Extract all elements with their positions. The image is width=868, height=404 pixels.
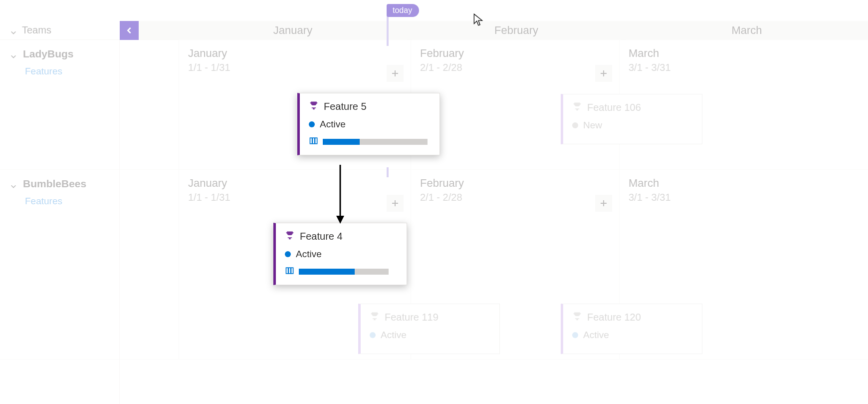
month-headers: January February March <box>179 21 868 40</box>
sidebar: LadyBugs Features BumbleBees Features <box>0 40 120 404</box>
trophy-icon <box>572 101 582 114</box>
month-range: 3/1 - 3/31 <box>629 62 859 73</box>
card-title-text: Feature 120 <box>587 312 641 323</box>
status-dot-icon <box>370 332 376 338</box>
status-dot-icon <box>285 251 291 257</box>
add-item-button[interactable] <box>387 195 404 212</box>
card-title-text: Feature 106 <box>587 102 641 113</box>
add-item-button[interactable] <box>387 65 404 82</box>
status-text: Active <box>296 249 322 260</box>
month-label: January <box>188 47 402 60</box>
month-range: 2/1 - 2/28 <box>420 192 610 203</box>
chevron-down-icon <box>10 27 17 34</box>
team-name-bumblebees: BumbleBees <box>23 178 86 190</box>
month-label: January <box>188 177 402 190</box>
team-sub-bumblebees-features[interactable]: Features <box>10 196 109 207</box>
trophy-icon <box>285 230 295 243</box>
card-feature-4[interactable]: Feature 4 Active <box>273 223 407 285</box>
trophy-icon <box>309 100 319 113</box>
month-label: February <box>420 177 610 190</box>
card-feature-5[interactable]: Feature 5 Active <box>297 93 440 155</box>
today-line-segment <box>387 167 389 177</box>
month-range: 2/1 - 2/28 <box>420 62 610 73</box>
rollup-icon <box>285 266 295 278</box>
svg-rect-13 <box>291 268 293 274</box>
svg-rect-11 <box>286 268 288 274</box>
team-name-ladybugs: LadyBugs <box>23 48 74 60</box>
status-text: Active <box>583 330 609 341</box>
timeline-content: January 1/1 - 1/31 February 2/1 - 2/28 <box>120 40 868 404</box>
status-text: Active <box>320 119 346 130</box>
svg-rect-9 <box>313 138 315 144</box>
card-feature-120[interactable]: Feature 120 Active <box>561 304 702 354</box>
row-ladybugs: January 1/1 - 1/31 February 2/1 - 2/28 <box>120 40 868 170</box>
status-dot-icon <box>572 332 578 338</box>
status-text: Active <box>381 330 407 341</box>
chevron-down-icon <box>10 50 17 57</box>
sidebar-team-ladybugs: LadyBugs Features <box>0 40 119 170</box>
trophy-icon <box>370 311 380 324</box>
card-feature-106[interactable]: Feature 106 New <box>561 94 702 144</box>
progress-fill <box>299 269 355 275</box>
teams-column-header[interactable]: Teams <box>0 21 120 39</box>
month-label: February <box>420 47 610 60</box>
card-title-text: Feature 5 <box>324 101 367 112</box>
month-range: 3/1 - 3/31 <box>629 192 859 203</box>
progress-bar <box>323 139 428 145</box>
month-range: 1/1 - 1/31 <box>188 62 402 73</box>
add-item-button[interactable] <box>595 65 612 82</box>
teams-label: Teams <box>22 24 51 36</box>
card-title-text: Feature 119 <box>385 312 438 323</box>
month-header-january[interactable]: January <box>179 21 407 40</box>
svg-rect-12 <box>289 268 291 274</box>
rollup-icon <box>309 136 319 148</box>
card-feature-119[interactable]: Feature 119 Active <box>358 304 500 354</box>
sidebar-team-bumblebees: BumbleBees Features <box>0 170 119 360</box>
add-item-button[interactable] <box>595 195 612 212</box>
team-toggle-ladybugs[interactable]: LadyBugs <box>10 48 109 60</box>
progress-bar <box>299 269 389 275</box>
month-label: March <box>629 177 859 190</box>
month-label: March <box>629 47 859 60</box>
status-text: New <box>583 120 602 131</box>
month-header-february[interactable]: February <box>412 21 621 40</box>
svg-rect-8 <box>310 138 312 144</box>
row-bumblebees: January 1/1 - 1/31 February 2/1 - 2/28 <box>120 170 868 360</box>
svg-rect-10 <box>315 138 317 144</box>
month-header-march[interactable]: March <box>626 21 868 40</box>
team-toggle-bumblebees[interactable]: BumbleBees <box>10 178 109 190</box>
scroll-left-button[interactable] <box>120 21 139 40</box>
today-marker: today <box>387 4 419 17</box>
status-dot-icon <box>572 122 578 128</box>
trophy-icon <box>572 311 582 324</box>
progress-fill <box>323 139 360 145</box>
chevron-down-icon <box>10 180 17 187</box>
team-sub-ladybugs-features[interactable]: Features <box>10 66 109 77</box>
status-dot-icon <box>309 121 315 127</box>
card-title-text: Feature 4 <box>300 231 343 242</box>
month-range: 1/1 - 1/31 <box>188 192 402 203</box>
today-line <box>387 16 389 46</box>
